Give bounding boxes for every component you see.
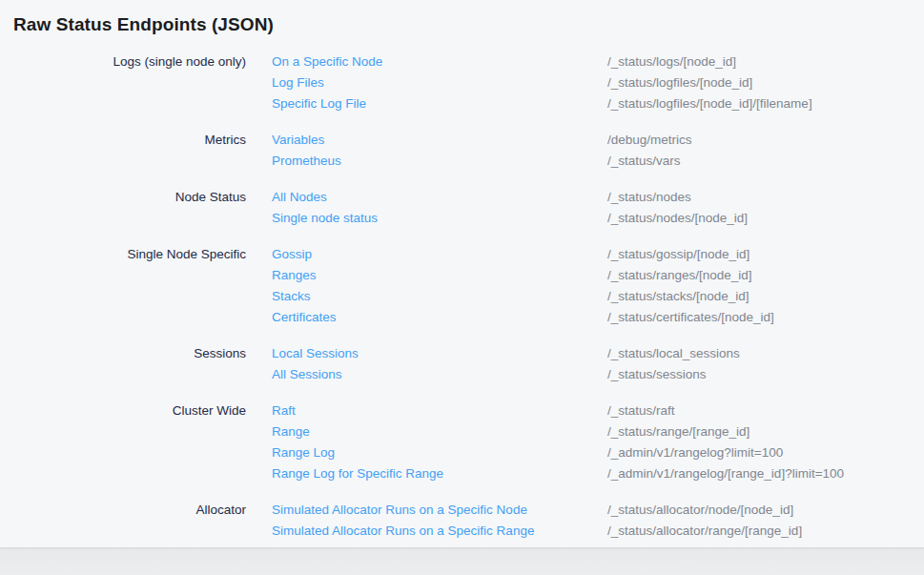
category-label: Logs (single node only) (13, 51, 272, 114)
endpoint-link[interactable]: Range Log (272, 442, 607, 463)
endpoint-path: /_status/sessions (607, 364, 924, 385)
paths-column: /_status/gossip/[node_id] /_status/range… (607, 244, 924, 328)
endpoint-link[interactable]: Simulated Allocator Runs on a Specific N… (272, 500, 607, 521)
category-label: Cluster Wide (13, 400, 272, 484)
paths-column: /_status/logs/[node_id] /_status/logfile… (607, 51, 924, 114)
endpoint-path: /_status/logfiles/[node_id] (607, 72, 924, 93)
paths-column: /_status/allocator/node/[node_id] /_stat… (607, 500, 924, 542)
endpoint-path: /debug/metrics (607, 130, 924, 151)
links-column: All Nodes Single node status (272, 187, 607, 229)
endpoint-link[interactable]: Range (272, 421, 607, 442)
category-label: Allocator (13, 500, 272, 542)
endpoint-path: /_status/certificates/[node_id] (607, 307, 924, 328)
endpoint-path: /_status/ranges/[node_id] (607, 265, 924, 286)
links-column: Simulated Allocator Runs on a Specific N… (272, 500, 607, 542)
endpoint-link[interactable]: Ranges (272, 265, 607, 286)
endpoint-path: /_status/raft (607, 400, 924, 421)
endpoint-path: /_admin/v1/rangelog?limit=100 (607, 442, 924, 463)
endpoint-link[interactable]: Single node status (272, 208, 607, 229)
links-column: On a Specific Node Log Files Specific Lo… (272, 51, 607, 114)
endpoint-link[interactable]: Local Sessions (272, 343, 607, 364)
endpoint-path: /_status/gossip/[node_id] (607, 244, 924, 265)
endpoint-path: /_status/allocator/range/[range_id] (607, 521, 924, 542)
endpoint-section: Sessions Local Sessions All Sessions /_s… (13, 343, 924, 385)
endpoint-path: /_status/stacks/[node_id] (607, 286, 924, 307)
endpoint-link[interactable]: Variables (272, 130, 607, 151)
endpoint-link[interactable]: Gossip (272, 244, 607, 265)
paths-column: /_status/nodes /_status/nodes/[node_id] (607, 187, 924, 229)
endpoint-link[interactable]: Certificates (272, 307, 607, 328)
category-label: Sessions (13, 343, 272, 385)
links-column: Local Sessions All Sessions (272, 343, 607, 385)
endpoint-path: /_status/vars (607, 151, 924, 172)
endpoint-link[interactable]: Range Log for Specific Range (272, 463, 607, 484)
links-column: Gossip Ranges Stacks Certificates (272, 244, 607, 328)
page-title: Raw Status Endpoints (JSON) (13, 13, 924, 36)
paths-column: /_status/raft /_status/range/[range_id] … (607, 400, 924, 484)
paths-column: /debug/metrics /_status/vars (607, 130, 924, 172)
endpoint-link[interactable]: Simulated Allocator Runs on a Specific R… (272, 521, 607, 542)
endpoint-section: Single Node Specific Gossip Ranges Stack… (13, 244, 924, 328)
endpoint-link[interactable]: On a Specific Node (272, 51, 607, 72)
endpoint-path: /_status/nodes (607, 187, 924, 208)
endpoint-section: Cluster Wide Raft Range Range Log Range … (13, 400, 924, 484)
category-label: Metrics (13, 130, 272, 172)
endpoint-link[interactable]: Log Files (272, 72, 607, 93)
paths-column: /_status/local_sessions /_status/session… (607, 343, 924, 385)
endpoint-section: Logs (single node only) On a Specific No… (13, 51, 924, 114)
endpoint-path: /_status/allocator/node/[node_id] (607, 500, 924, 521)
category-label: Node Status (13, 187, 272, 229)
endpoint-sections: Logs (single node only) On a Specific No… (13, 51, 924, 542)
bottom-strip (0, 547, 924, 575)
links-column: Raft Range Range Log Range Log for Speci… (272, 400, 607, 484)
links-column: Variables Prometheus (272, 130, 607, 172)
endpoint-path: /_status/range/[range_id] (607, 421, 924, 442)
endpoint-link[interactable]: All Nodes (272, 187, 607, 208)
endpoint-link[interactable]: Prometheus (272, 151, 607, 172)
endpoint-section: Node Status All Nodes Single node status… (13, 187, 924, 229)
endpoint-path: /_status/local_sessions (607, 343, 924, 364)
endpoint-path: /_status/logs/[node_id] (607, 51, 924, 72)
endpoint-path: /_status/logfiles/[node_id]/[filename] (607, 93, 924, 114)
endpoint-link[interactable]: Raft (272, 400, 607, 421)
endpoint-path: /_admin/v1/rangelog/[range_id]?limit=100 (607, 463, 924, 484)
endpoint-link[interactable]: Specific Log File (272, 93, 607, 114)
category-label: Single Node Specific (13, 244, 272, 328)
endpoint-section: Allocator Simulated Allocator Runs on a … (13, 500, 924, 542)
endpoint-link[interactable]: All Sessions (272, 364, 607, 385)
endpoint-link[interactable]: Stacks (272, 286, 607, 307)
content-panel: Raw Status Endpoints (JSON) Logs (single… (0, 0, 924, 547)
endpoint-section: Metrics Variables Prometheus /debug/metr… (13, 130, 924, 172)
endpoint-path: /_status/nodes/[node_id] (607, 208, 924, 229)
